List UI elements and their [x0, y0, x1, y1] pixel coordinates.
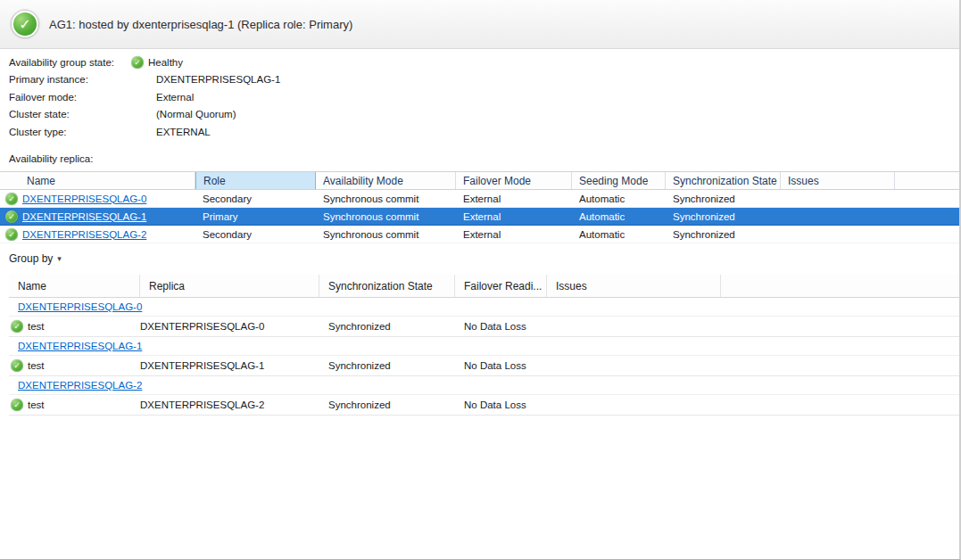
db-column-header-name[interactable]: Name — [9, 275, 140, 297]
replica-issues-cell — [781, 226, 895, 243]
database-status-icon: ✓ — [11, 320, 23, 333]
group-replica-link[interactable]: DXENTERPRISESQLAG-0 — [18, 301, 142, 312]
database-failover-readiness-cell: No Data Loss — [455, 395, 547, 415]
database-synchronization-state-cell: Synchronized — [319, 395, 455, 415]
database-synchronization-state-cell: Synchronized — [319, 317, 455, 336]
summary-label: Cluster state: — [9, 109, 131, 119]
database-status-icon: ✓ — [11, 399, 23, 411]
database-issues-cell — [547, 395, 721, 415]
summary-label: Cluster type: — [9, 127, 131, 137]
column-header-name[interactable]: Name — [0, 172, 195, 189]
replica-row[interactable]: ✓DXENTERPRISESQLAG-2SecondarySynchronous… — [0, 226, 959, 243]
summary-label: Primary instance: — [9, 74, 131, 85]
database-table-header-row: NameReplicaSynchronization StateFailover… — [9, 275, 959, 298]
summary-row: Failover mode:External — [9, 88, 950, 106]
chevron-down-icon: ▾ — [57, 254, 62, 263]
availability-replica-label: Availability replica: — [9, 153, 93, 164]
database-failover-readiness-cell: No Data Loss — [455, 317, 547, 336]
database-replica-cell: DXENTERPRISESQLAG-0 — [140, 317, 319, 336]
replica-role-cell: Secondary — [195, 226, 316, 243]
replica-failover-mode-cell: External — [456, 208, 572, 225]
summary-section: Availability group state:✓HealthyPrimary… — [9, 54, 950, 141]
dashboard-title: AG1: hosted by dxenterprisesqlag-1 (Repl… — [49, 18, 352, 31]
dashboard-header: ✓ AG1: hosted by dxenterprisesqlag-1 (Re… — [0, 0, 959, 49]
group-replica-link[interactable]: DXENTERPRISESQLAG-2 — [18, 380, 142, 391]
summary-row: Primary instance:DXENTERPRISESQLAG-1 — [9, 71, 950, 89]
database-table: NameReplicaSynchronization StateFailover… — [9, 275, 959, 416]
replica-row[interactable]: ✓DXENTERPRISESQLAG-1PrimarySynchronous c… — [0, 208, 959, 226]
database-synchronization-state-cell: Synchronized — [319, 356, 455, 375]
database-replica-cell: DXENTERPRISESQLAG-2 — [140, 395, 319, 415]
db-column-header-synchronization-state[interactable]: Synchronization State — [319, 275, 455, 297]
database-row[interactable]: ✓testDXENTERPRISESQLAG-0SynchronizedNo D… — [9, 317, 959, 337]
database-row[interactable]: ✓testDXENTERPRISESQLAG-1SynchronizedNo D… — [9, 356, 959, 376]
database-group-row: DXENTERPRISESQLAG-2 — [9, 376, 959, 395]
database-name: test — [28, 399, 45, 410]
summary-label: Availability group state: — [9, 57, 131, 68]
replica-synchronization-state-cell: Synchronized — [666, 208, 781, 225]
summary-row: Cluster type:EXTERNAL — [9, 123, 950, 141]
database-name-cell: ✓test — [9, 395, 140, 415]
replica-name-link[interactable]: DXENTERPRISESQLAG-2 — [22, 229, 146, 240]
summary-value: External — [156, 92, 194, 103]
database-issues-cell — [547, 356, 721, 375]
replica-status-icon: ✓ — [5, 210, 18, 223]
replica-header-filler — [895, 172, 959, 189]
replica-status-icon: ✓ — [5, 193, 18, 205]
database-name-cell: ✓test — [9, 317, 140, 336]
db-column-header-issues[interactable]: Issues — [547, 275, 721, 297]
database-group-row: DXENTERPRISESQLAG-0 — [9, 298, 959, 317]
replica-seeding-mode-cell: Automatic — [572, 208, 666, 225]
database-status-icon: ✓ — [11, 359, 23, 372]
replica-status-icon: ✓ — [5, 228, 18, 241]
summary-label: Failover mode: — [9, 92, 131, 103]
replica-role-cell: Primary — [195, 208, 316, 225]
column-header-synchronization-state[interactable]: Synchronization State — [666, 172, 781, 189]
database-group-row: DXENTERPRISESQLAG-1 — [9, 337, 959, 356]
database-row[interactable]: ✓testDXENTERPRISESQLAG-2SynchronizedNo D… — [9, 395, 959, 416]
database-failover-readiness-cell: No Data Loss — [455, 356, 547, 375]
summary-value: DXENTERPRISESQLAG-1 — [156, 74, 280, 85]
database-name: test — [28, 360, 45, 371]
replica-failover-mode-cell: External — [456, 190, 572, 207]
replica-table-header-row: NameRoleAvailability ModeFailover ModeSe… — [0, 171, 959, 190]
replica-name-link[interactable]: DXENTERPRISESQLAG-1 — [22, 211, 146, 222]
replica-name-cell: ✓DXENTERPRISESQLAG-2 — [0, 226, 195, 243]
summary-value: Healthy — [148, 57, 183, 68]
replica-availability-mode-cell: Synchronous commit — [316, 208, 456, 225]
column-header-role[interactable]: Role — [195, 172, 316, 189]
summary-value: EXTERNAL — [156, 127, 211, 137]
healthy-status-icon: ✓ — [131, 56, 144, 69]
group-by-button[interactable]: Group by ▾ — [9, 252, 62, 265]
replica-name-link[interactable]: DXENTERPRISESQLAG-0 — [22, 194, 146, 204]
replica-availability-mode-cell: Synchronous commit — [316, 190, 456, 207]
replica-name-cell: ✓DXENTERPRISESQLAG-0 — [0, 190, 195, 207]
replica-seeding-mode-cell: Automatic — [572, 190, 666, 207]
summary-row: Availability group state:✓Healthy — [9, 54, 950, 71]
replica-failover-mode-cell: External — [456, 226, 572, 243]
replica-role-cell: Secondary — [195, 190, 316, 207]
db-column-header-replica[interactable]: Replica — [140, 275, 319, 297]
database-issues-cell — [547, 317, 721, 336]
summary-row: Cluster state:(Normal Quorum) — [9, 106, 950, 124]
summary-value: (Normal Quorum) — [156, 109, 236, 119]
group-replica-link[interactable]: DXENTERPRISESQLAG-1 — [18, 341, 142, 351]
replica-synchronization-state-cell: Synchronized — [666, 190, 781, 207]
database-name-cell: ✓test — [9, 356, 140, 375]
column-header-failover-mode[interactable]: Failover Mode — [456, 172, 572, 189]
replica-name-cell: ✓DXENTERPRISESQLAG-1 — [0, 208, 195, 225]
replica-table: NameRoleAvailability ModeFailover ModeSe… — [0, 171, 959, 243]
replica-availability-mode-cell: Synchronous commit — [316, 226, 456, 243]
column-header-availability-mode[interactable]: Availability Mode — [316, 172, 456, 189]
db-column-header-failover-readi[interactable]: Failover Readi... — [455, 275, 547, 297]
replica-issues-cell — [781, 190, 895, 207]
replica-seeding-mode-cell: Automatic — [572, 226, 666, 243]
column-header-issues[interactable]: Issues — [781, 172, 895, 189]
column-header-seeding-mode[interactable]: Seeding Mode — [572, 172, 666, 189]
database-name: test — [28, 321, 45, 332]
ag-healthy-check-icon: ✓ — [12, 11, 38, 37]
database-replica-cell: DXENTERPRISESQLAG-1 — [140, 356, 319, 375]
replica-issues-cell — [781, 208, 895, 225]
replica-row[interactable]: ✓DXENTERPRISESQLAG-0SecondarySynchronous… — [0, 190, 959, 208]
replica-synchronization-state-cell: Synchronized — [666, 226, 781, 243]
